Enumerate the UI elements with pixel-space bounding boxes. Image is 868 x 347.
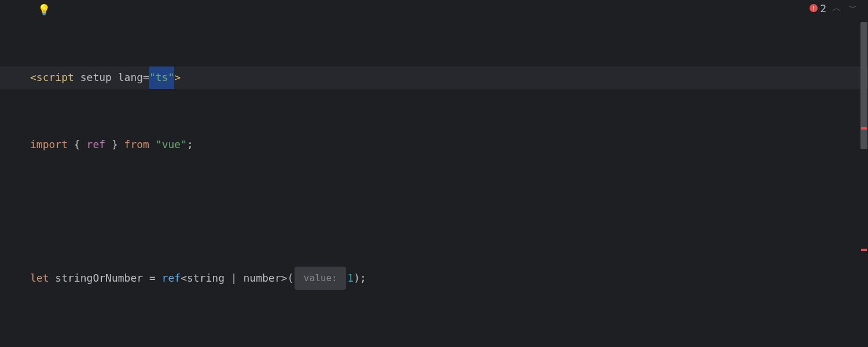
- keyword: let: [30, 267, 49, 290]
- error-marker[interactable]: [861, 127, 867, 130]
- identifier: ref: [87, 134, 106, 156]
- scrollbar-thumb[interactable]: [860, 22, 867, 149]
- punct: =: [149, 267, 156, 290]
- inspection-toolbar: ! 2 ︿ ﹀: [810, 0, 868, 16]
- string: vue: [162, 134, 181, 156]
- scrollbar[interactable]: [860, 0, 868, 347]
- identifier: stringOrNumber: [55, 267, 143, 290]
- type: string: [187, 267, 225, 290]
- string: ": [149, 67, 156, 89]
- space: [49, 267, 56, 290]
- tag-close: >: [174, 67, 181, 89]
- punct: {: [68, 134, 87, 156]
- string: ": [156, 134, 162, 156]
- code-line[interactable]: [30, 334, 868, 347]
- intention-bulb-icon[interactable]: 💡: [38, 3, 50, 16]
- code-line[interactable]: [30, 200, 868, 223]
- code-content[interactable]: <script setup lang="ts"> import { ref } …: [0, 0, 868, 347]
- error-indicator[interactable]: ! 2: [810, 2, 826, 14]
- prev-error-icon[interactable]: ︿: [831, 2, 843, 14]
- space: [149, 134, 156, 156]
- code-line[interactable]: let stringOrNumber = ref<string | number…: [30, 267, 868, 290]
- punct: =: [143, 67, 149, 89]
- string: ": [168, 67, 174, 89]
- number: 1: [347, 267, 354, 290]
- punct: <: [181, 267, 187, 290]
- string: ts: [156, 67, 168, 89]
- function: ref: [162, 267, 181, 290]
- keyword: import: [30, 134, 68, 156]
- error-marker[interactable]: [861, 249, 867, 251]
- punct: >: [281, 267, 288, 290]
- punct: ;: [187, 134, 193, 156]
- tag-name: script: [36, 67, 74, 89]
- punct: (: [287, 267, 293, 290]
- space: [156, 267, 162, 290]
- string: ": [181, 134, 187, 156]
- punct: ): [354, 267, 360, 290]
- attr: setup: [74, 67, 118, 89]
- error-icon: !: [810, 4, 818, 12]
- inlay-hint: value:: [295, 267, 346, 290]
- type: number: [244, 267, 281, 290]
- punct: ;: [360, 267, 366, 290]
- attr: lang: [118, 67, 143, 89]
- code-editor[interactable]: 💡 ! 2 ︿ ﹀ <script setup lang="ts"> impor…: [0, 0, 868, 347]
- punct: |: [225, 267, 244, 290]
- punct: }: [105, 134, 124, 156]
- space: [143, 267, 149, 290]
- next-error-icon[interactable]: ﹀: [847, 2, 859, 14]
- code-line[interactable]: import { ref } from "vue";: [30, 134, 868, 156]
- error-count: 2: [820, 2, 826, 14]
- code-line[interactable]: <script setup lang="ts">: [0, 67, 868, 89]
- tag-open: <: [30, 67, 36, 89]
- keyword: from: [124, 134, 149, 156]
